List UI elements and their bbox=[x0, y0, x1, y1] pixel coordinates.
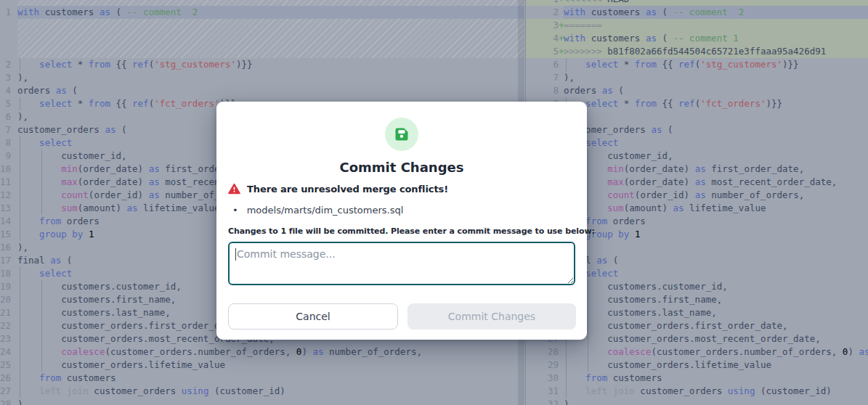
gutter-spacer bbox=[11, 241, 17, 254]
indent-guide bbox=[20, 163, 20, 176]
indent-guide bbox=[566, 345, 567, 359]
indent-guide bbox=[588, 359, 588, 372]
code-line-content: customers.first_name, bbox=[564, 293, 868, 306]
code-line-content: customer_orders.lifetime_value bbox=[17, 359, 524, 372]
indent-guide bbox=[41, 189, 42, 202]
code-line: 7), bbox=[526, 71, 868, 84]
line-number: 16 bbox=[0, 241, 11, 254]
line-number: 31 bbox=[526, 385, 559, 398]
line-number: 22 bbox=[0, 319, 11, 332]
code-line: 3), bbox=[0, 71, 524, 84]
line-number: 4 bbox=[526, 32, 559, 45]
indent-guide bbox=[588, 306, 588, 319]
line-number: 11 bbox=[0, 176, 11, 189]
code-line-content: orders as ( bbox=[17, 84, 524, 97]
gutter-spacer bbox=[11, 110, 17, 123]
line-number: 6 bbox=[0, 110, 11, 123]
gutter-spacer bbox=[11, 359, 17, 372]
code-line-content: customer_id, bbox=[564, 150, 868, 163]
indent-guide bbox=[41, 345, 42, 359]
gutter-spacer bbox=[11, 150, 17, 163]
code-line-content: with customers as ( -- comment 2 bbox=[17, 6, 524, 19]
gutter-spacer bbox=[11, 58, 17, 71]
code-line-content: customer_orders.lifetime_value bbox=[564, 359, 868, 372]
cancel-button[interactable]: Cancel bbox=[228, 303, 398, 330]
indent-guide bbox=[20, 136, 20, 150]
code-line-content: ), bbox=[17, 71, 524, 84]
line-number: 32 bbox=[526, 398, 559, 405]
save-icon bbox=[385, 118, 418, 151]
indent-guide bbox=[20, 372, 20, 385]
code-line: 24 coalesce(customer_orders.number_of_or… bbox=[0, 345, 524, 359]
code-line-content: select * from {{ ref('fct_orders')}} bbox=[564, 97, 868, 110]
indent-guide bbox=[20, 319, 20, 332]
code-line: 1+<<<<<<< HEAD bbox=[526, 0, 868, 6]
indent-guide bbox=[20, 176, 20, 189]
gutter-spacer bbox=[559, 398, 564, 405]
code-line: 32) bbox=[526, 398, 868, 405]
commit-changes-button[interactable]: Commit Changes bbox=[407, 303, 576, 330]
code-line-content: <<<<<<< HEAD bbox=[564, 0, 868, 6]
code-line: 25 customer_orders.lifetime_value bbox=[0, 359, 524, 372]
code-line-content: ======= bbox=[564, 19, 868, 32]
gutter-spacer bbox=[11, 398, 17, 405]
gutter-spacer bbox=[11, 71, 17, 84]
code-line: 8orders as ( bbox=[526, 84, 868, 97]
indent-guide bbox=[20, 359, 20, 372]
gutter-spacer bbox=[11, 136, 17, 150]
code-line-content: customer_orders.most_recent_order_date, bbox=[564, 332, 868, 345]
gutter-spacer bbox=[11, 293, 17, 306]
indent-guide bbox=[41, 202, 42, 215]
modal-title: Commit Changes bbox=[216, 160, 587, 175]
gutter-spacer bbox=[11, 84, 17, 97]
indent-guide bbox=[588, 293, 588, 306]
indent-guide bbox=[588, 189, 588, 202]
line-number: 18 bbox=[0, 267, 11, 280]
code-line-content: select * from {{ ref('stg_customers')}} bbox=[564, 58, 868, 71]
code-line: 28 coalesce(customer_orders.number_of_or… bbox=[526, 345, 868, 359]
gutter-spacer bbox=[11, 319, 17, 332]
conflict-file-item: models/marts/dim_customers.sql bbox=[232, 203, 403, 218]
gutter-spacer bbox=[11, 306, 17, 319]
indent-guide bbox=[20, 293, 20, 306]
indent-guide bbox=[588, 319, 588, 332]
line-number: 14 bbox=[0, 215, 11, 228]
code-line: 6 select * from {{ ref('stg_customers')}… bbox=[526, 58, 868, 71]
code-line-content: from customers bbox=[17, 372, 524, 385]
code-line-content: from customers bbox=[564, 372, 868, 385]
code-line-content: coalesce(customer_orders.number_of_order… bbox=[17, 345, 524, 359]
indent-guide bbox=[20, 385, 20, 398]
line-number: 1 bbox=[526, 0, 559, 6]
code-line: 31 left join customer_orders using (cust… bbox=[526, 385, 868, 398]
line-number: 5 bbox=[526, 45, 559, 58]
indent-guide bbox=[20, 332, 20, 345]
indent-guide bbox=[20, 150, 20, 163]
code-line: 1with customers as ( -- comment 2 bbox=[0, 6, 524, 19]
line-number: 1 bbox=[0, 6, 11, 19]
line-number: 3 bbox=[526, 19, 559, 32]
indent-guide bbox=[588, 280, 588, 293]
gutter-spacer bbox=[559, 385, 564, 398]
gutter-spacer bbox=[11, 215, 17, 228]
gutter-spacer bbox=[559, 58, 564, 71]
gutter-spacer bbox=[559, 372, 564, 385]
line-number: 15 bbox=[0, 228, 11, 241]
code-line: 2 select * from {{ ref('stg_customers')}… bbox=[0, 58, 524, 71]
line-number: 9 bbox=[0, 150, 11, 163]
gutter-spacer bbox=[11, 176, 17, 189]
code-line-content: min(order_date) as first_order_date, bbox=[564, 163, 868, 176]
line-number: 23 bbox=[0, 332, 11, 345]
indent-guide bbox=[566, 372, 567, 385]
code-line-content: customer_orders as ( bbox=[564, 123, 868, 136]
line-number: 3 bbox=[0, 71, 11, 84]
commit-message-input[interactable] bbox=[228, 242, 575, 285]
indent-guide bbox=[20, 202, 20, 215]
gutter-spacer bbox=[11, 6, 17, 19]
code-line-content: >>>>>>> b81f802a66fd544504c65721e3ffaaa9… bbox=[564, 45, 868, 58]
indent-guide bbox=[41, 306, 42, 319]
gutter-spacer bbox=[559, 359, 564, 372]
indent-guide bbox=[588, 163, 588, 176]
line-number: 6 bbox=[526, 58, 559, 71]
gutter-spacer bbox=[11, 254, 17, 267]
code-line: 29 customer_orders.lifetime_value bbox=[526, 359, 868, 372]
